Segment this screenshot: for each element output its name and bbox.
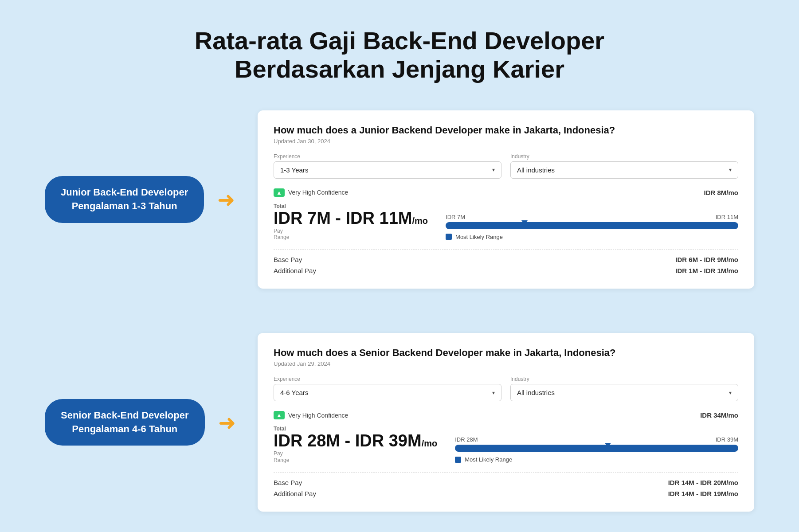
base-pay-label-1: Base Pay: [274, 479, 302, 486]
experience-select-0[interactable]: 1-3 Years ▾: [274, 161, 501, 179]
confidence-icon-1: ▲: [274, 411, 285, 419]
legend-label-1: Most Likely Range: [465, 456, 512, 463]
base-pay-value-1: IDR 14M - IDR 20M/mo: [668, 479, 738, 486]
experience-chevron-0: ▾: [492, 167, 495, 173]
pay-sub-0: PayRange: [274, 228, 428, 241]
section-0: Junior Back-End DeveloperPengalaman 1-3 …: [45, 110, 754, 289]
bar-median-tick-1: [605, 443, 611, 447]
salary-card-1: How much does a Senior Backend Developer…: [258, 333, 754, 512]
confidence-row-1: ▲ Very High Confidence IDR 34M/mo: [274, 411, 738, 419]
total-pay-combined-1: Total IDR 28M - IDR 39M/mo PayRange: [274, 426, 437, 463]
legend-row-1: Most Likely Range: [455, 456, 738, 463]
total-label-0: Total: [274, 203, 428, 209]
industry-group-1: Industry All industries ▾: [510, 376, 738, 401]
additional-pay-value-0: IDR 1M - IDR 1M/mo: [675, 267, 738, 274]
total-pay-combined-0: Total IDR 7M - IDR 11M/mo PayRange: [274, 203, 428, 241]
pay-suffix-0: /mo: [412, 216, 428, 226]
legend-row-0: Most Likely Range: [446, 234, 738, 240]
industry-label-1: Industry: [510, 376, 738, 382]
median-label-1: IDR 34M/mo: [700, 411, 738, 419]
page-title: Rata-rata Gaji Back-End Developer Berdas…: [195, 27, 604, 84]
pay-details-1: Base Pay IDR 14M - IDR 20M/mo Additional…: [274, 472, 738, 497]
base-pay-row-1: Base Pay IDR 14M - IDR 20M/mo: [274, 479, 738, 486]
legend-label-0: Most Likely Range: [455, 234, 503, 240]
bar-block-1: IDR 28M IDR 39M Most Likely Range: [455, 426, 738, 463]
pay-suffix-1: /mo: [422, 438, 438, 448]
arrow-icon-1: ➜: [218, 410, 236, 435]
card-updated-0: Updated Jan 30, 2024: [274, 138, 738, 145]
dropdowns-row-1: Experience 4-6 Years ▾ Industry All indu…: [274, 376, 738, 401]
base-pay-label-0: Base Pay: [274, 256, 302, 263]
salary-block-1: Total IDR 28M - IDR 39M/mo PayRange: [274, 426, 437, 463]
confidence-label-0: Very High Confidence: [288, 189, 348, 196]
salary-card-0: How much does a Junior Backend Developer…: [258, 110, 754, 289]
salary-block-0: Total IDR 7M - IDR 11M/mo PayRange: [274, 203, 428, 241]
label-bubble-0: Junior Back-End DeveloperPengalaman 1-3 …: [45, 176, 204, 223]
experience-select-1[interactable]: 4-6 Years ▾: [274, 384, 501, 401]
bar-left-0: IDR 7M: [446, 214, 465, 220]
bar-outer-1: [455, 445, 738, 452]
base-pay-row-0: Base Pay IDR 6M - IDR 9M/mo: [274, 256, 738, 263]
experience-group-1: Experience 4-6 Years ▾: [274, 376, 501, 401]
bar-outer-0: [446, 222, 738, 229]
pay-range-main-0: IDR 7M - IDR 11M/mo: [274, 209, 428, 228]
experience-label-1: Experience: [274, 376, 501, 382]
pay-sub-1: PayRange: [274, 450, 437, 463]
bar-range-labels-0: IDR 7M IDR 11M: [446, 214, 738, 220]
bar-right-0: IDR 11M: [716, 214, 738, 220]
industry-label-0: Industry: [510, 153, 738, 160]
industry-select-0[interactable]: All industries ▾: [510, 161, 738, 179]
industry-chevron-0: ▾: [729, 167, 732, 173]
base-pay-value-0: IDR 6M - IDR 9M/mo: [675, 256, 738, 263]
industry-select-1[interactable]: All industries ▾: [510, 384, 738, 401]
experience-label-0: Experience: [274, 153, 501, 160]
bar-median-tick-0: [521, 220, 528, 225]
experience-chevron-1: ▾: [492, 390, 495, 396]
additional-pay-label-1: Additional Pay: [274, 490, 316, 497]
salary-and-bar-1: Total IDR 28M - IDR 39M/mo PayRange IDR …: [274, 426, 738, 463]
bar-block-0: IDR 7M IDR 11M Most Likely Range: [446, 203, 738, 240]
bar-range-labels-1: IDR 28M IDR 39M: [455, 436, 738, 443]
bar-left-1: IDR 28M: [455, 436, 478, 443]
card-title-0: How much does a Junior Backend Developer…: [274, 125, 738, 136]
additional-pay-label-0: Additional Pay: [274, 267, 316, 274]
additional-pay-row-1: Additional Pay IDR 14M - IDR 19M/mo: [274, 490, 738, 497]
arrow-icon-0: ➜: [217, 187, 235, 212]
pay-range-main-1: IDR 28M - IDR 39M/mo: [274, 432, 437, 450]
left-label-1: Senior Back-End DeveloperPengalaman 4-6 …: [45, 399, 258, 446]
legend-square-0: [446, 234, 452, 240]
confidence-label-1: Very High Confidence: [288, 412, 348, 419]
salary-and-bar-0: Total IDR 7M - IDR 11M/mo PayRange IDR 7…: [274, 203, 738, 241]
section-1: Senior Back-End DeveloperPengalaman 4-6 …: [45, 333, 754, 512]
card-title-1: How much does a Senior Backend Developer…: [274, 347, 738, 359]
median-label-0: IDR 8M/mo: [704, 189, 738, 196]
industry-chevron-1: ▾: [729, 390, 732, 396]
confidence-icon-0: ▲: [274, 188, 285, 197]
dropdowns-row-0: Experience 1-3 Years ▾ Industry All indu…: [274, 153, 738, 179]
legend-square-1: [455, 457, 461, 463]
additional-pay-row-0: Additional Pay IDR 1M - IDR 1M/mo: [274, 267, 738, 274]
additional-pay-value-1: IDR 14M - IDR 19M/mo: [668, 490, 738, 497]
label-bubble-1: Senior Back-End DeveloperPengalaman 4-6 …: [45, 399, 205, 446]
card-updated-1: Updated Jan 29, 2024: [274, 360, 738, 367]
bar-right-1: IDR 39M: [716, 436, 738, 443]
total-label-1: Total: [274, 426, 437, 432]
industry-group-0: Industry All industries ▾: [510, 153, 738, 179]
confidence-row-0: ▲ Very High Confidence IDR 8M/mo: [274, 188, 738, 197]
pay-details-0: Base Pay IDR 6M - IDR 9M/mo Additional P…: [274, 249, 738, 274]
experience-group-0: Experience 1-3 Years ▾: [274, 153, 501, 179]
left-label-0: Junior Back-End DeveloperPengalaman 1-3 …: [45, 176, 258, 223]
